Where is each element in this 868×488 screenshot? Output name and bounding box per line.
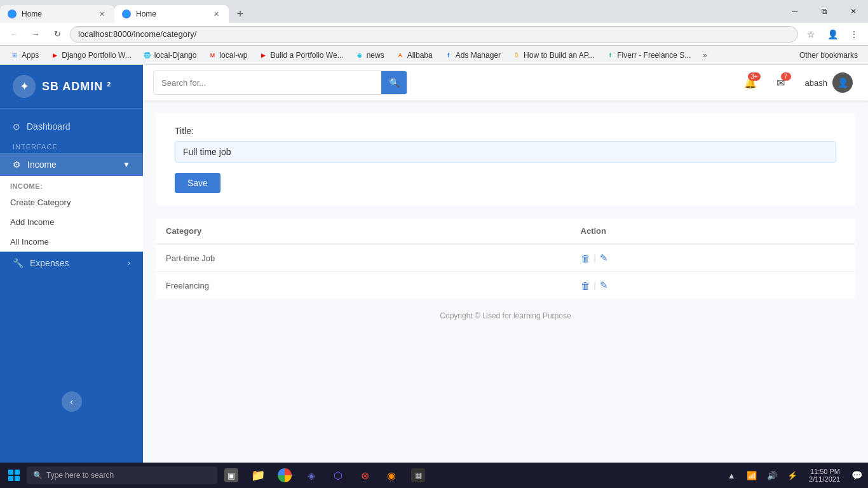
bookmark-fiverr-label: Fiverr - Freelance S... [617, 51, 691, 60]
bookmark-apps-icon: ⊞ [10, 51, 19, 60]
user-name: abash [805, 78, 827, 88]
income-icon: ⚙ [13, 159, 21, 170]
vscode-icon: ◈ [304, 468, 318, 482]
title-input[interactable] [175, 141, 836, 163]
delete-icon-2[interactable]: 🗑 [581, 280, 590, 291]
taskbar-app-pycharm[interactable]: ⬡ [325, 464, 351, 487]
topbar-user[interactable]: abash 👤 [800, 70, 858, 95]
submenu-item-add-income[interactable]: Add Income [0, 212, 143, 232]
action-cell-2: 🗑 | ✎ [571, 272, 855, 299]
taskbar-app-vscode[interactable]: ◈ [299, 464, 324, 487]
edit-icon-2[interactable]: ✎ [600, 280, 608, 291]
search-button[interactable]: 🔍 [381, 71, 407, 94]
start-button[interactable] [3, 464, 25, 487]
system-tray-expand[interactable]: ▲ [722, 466, 740, 484]
sidebar-item-income-label: Income [27, 159, 57, 170]
browser-tab-2[interactable]: 🌐 Home ✕ [114, 5, 229, 23]
bookmark-portfolio[interactable]: ▶ Build a Portfolio We... [254, 49, 348, 62]
sidebar-item-dashboard-label: Dashboard [27, 121, 71, 132]
other-bookmarks[interactable]: Other bookmarks [794, 49, 863, 62]
bookmark-alibaba[interactable]: A Alibaba [391, 49, 438, 62]
bookmark-ads[interactable]: f Ads Manager [439, 49, 506, 62]
bookmark-apps[interactable]: ⊞ Apps [5, 49, 44, 62]
taskbar-search-icon: 🔍 [33, 471, 43, 480]
submenu-item-create-category[interactable]: Create Category [0, 193, 143, 212]
task-view-icon: ▣ [224, 468, 238, 482]
taskbar-app-chrome[interactable] [272, 464, 297, 487]
edit-icon-1[interactable]: ✎ [600, 252, 608, 264]
taskbar-app-explorer[interactable]: 📁 [245, 464, 271, 487]
bookmark-portfolio-icon: ▶ [259, 51, 268, 60]
pycharm-icon: ⬡ [331, 468, 345, 482]
main-content: 🔍 🔔 3+ ✉ 7 abash 👤 [143, 65, 868, 463]
close-button[interactable]: ✕ [839, 3, 868, 20]
maximize-button[interactable]: ⧉ [810, 3, 839, 20]
bookmark-howto[interactable]: B How to Build an AP... [507, 49, 599, 62]
topbar-search[interactable]: 🔍 [153, 71, 407, 95]
tab-close-2[interactable]: ✕ [211, 9, 221, 19]
avatar-icon: 👤 [837, 78, 848, 88]
action-cell-1: 🗑 | ✎ [571, 244, 855, 272]
messages-button[interactable]: ✉ 7 [770, 71, 792, 94]
bookmarks-bar: ⊞ Apps ▶ Django Portfolio W... 🌐 local-D… [0, 46, 868, 65]
sidebar-item-expenses-label: Expenses [30, 258, 69, 268]
forward-button[interactable]: → [27, 25, 44, 43]
system-clock[interactable]: 11:50 PM 2/11/2021 [804, 465, 845, 485]
bookmark-ads-icon: f [444, 51, 453, 60]
new-tab-button[interactable]: + [231, 5, 249, 23]
user-avatar: 👤 [832, 72, 853, 93]
bookmark-portfolio-label: Build a Portfolio We... [270, 51, 343, 60]
sidebar-item-dashboard[interactable]: ⊙ Dashboard [0, 115, 143, 138]
browser-menu-button[interactable]: ⋮ [845, 25, 863, 43]
windows-icon-q2 [15, 470, 20, 475]
bookmark-local-django[interactable]: 🌐 local-Django [138, 49, 202, 62]
action-icons-2: 🗑 | ✎ [581, 280, 845, 291]
browser-tab-1[interactable]: 🌐 Home ✕ [0, 5, 114, 23]
sidebar-toggle-button[interactable]: ‹ [62, 391, 82, 412]
minimize-button[interactable]: ─ [780, 3, 810, 20]
bookmark-fiverr[interactable]: f Fiverr - Freelance S... [600, 49, 696, 62]
delete-icon-1[interactable]: 🗑 [581, 253, 590, 264]
taskbar-app-terminal[interactable]: ▦ [405, 464, 431, 487]
bookmark-news[interactable]: ◉ news [350, 49, 390, 62]
action-separator-1: | [594, 254, 596, 262]
bookmarks-more-button[interactable]: » [697, 48, 712, 63]
bookmark-star[interactable]: ☆ [802, 25, 820, 43]
windows-icon-q4 [15, 476, 20, 481]
save-button[interactable]: Save [175, 173, 220, 193]
sidebar-item-income[interactable]: ⚙ Income ▼ [0, 153, 143, 176]
bookmark-howto-label: How to Build an AP... [524, 51, 594, 60]
taskbar: 🔍 Type here to search ▣ 📁 ◈ ⬡ ⊗ ◉ ▦ ▲ [0, 463, 868, 488]
back-button[interactable]: ← [5, 25, 23, 43]
profile-button[interactable]: 👤 [824, 25, 841, 43]
submenu-item-all-income[interactable]: All Income [0, 232, 143, 252]
system-volume-icon[interactable]: 🔊 [763, 466, 781, 484]
refresh-button[interactable]: ↻ [48, 25, 66, 43]
sidebar-item-expenses[interactable]: 🔧 Expenses › [0, 252, 143, 274]
page-content: Title: Save Category Action [143, 100, 868, 463]
taskbar-app-db[interactable]: ⊗ [352, 464, 377, 487]
bookmark-local-wp[interactable]: M local-wp [203, 49, 252, 62]
address-bar[interactable] [70, 26, 798, 43]
explorer-icon: 📁 [251, 468, 265, 482]
taskbar-app-7[interactable]: ◉ [379, 464, 404, 487]
search-input[interactable] [154, 73, 381, 93]
tab-title-1: Home [22, 10, 42, 18]
table-row: Part-time Job 🗑 | ✎ [156, 244, 855, 272]
taskbar-app-task-view[interactable]: ▣ [219, 464, 244, 487]
brand-name: SB ADMIN ² [42, 80, 111, 93]
bookmark-django[interactable]: ▶ Django Portfolio W... [45, 49, 136, 62]
bookmark-ads-label: Ads Manager [456, 51, 501, 60]
table-row: Freelancing 🗑 | ✎ [156, 272, 855, 299]
bookmark-django-icon: ▶ [50, 51, 59, 60]
chrome-icon [278, 468, 292, 482]
system-battery-icon[interactable]: ⚡ [783, 466, 801, 484]
table-section: Category Action Part-time Job 🗑 | [156, 219, 855, 299]
taskbar-search[interactable]: 🔍 Type here to search [27, 466, 217, 484]
bookmark-fiverr-icon: f [606, 51, 614, 60]
tab-close-1[interactable]: ✕ [97, 9, 107, 19]
system-network-icon[interactable]: 📶 [743, 466, 761, 484]
action-separator-2: | [594, 281, 596, 290]
notifications-button[interactable]: 🔔 3+ [739, 71, 762, 94]
action-center-button[interactable]: 💬 [848, 466, 865, 484]
